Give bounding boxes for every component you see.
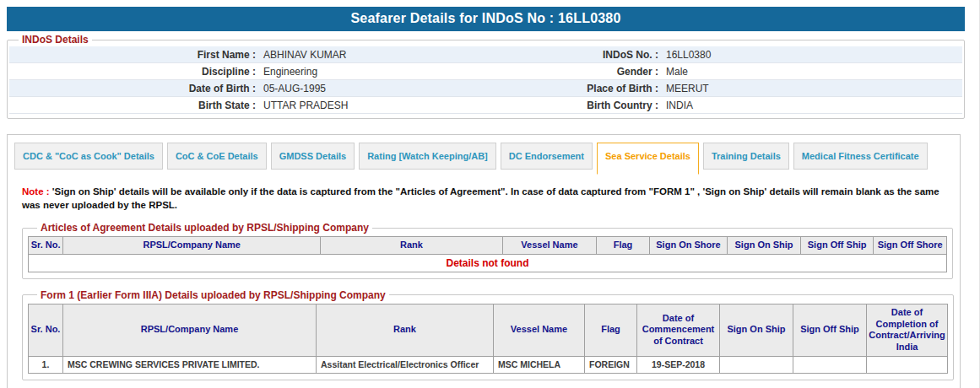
- gender-value: Male: [658, 66, 962, 78]
- first-name-value: ABHINAV KUMAR: [256, 49, 477, 61]
- detail-row-name-indos: First Name : ABHINAV KUMAR INDoS No. : 1…: [9, 46, 962, 63]
- note-text: 'Sign on Ship' details will be available…: [22, 186, 939, 210]
- articles-of-agreement-section: Articles of Agreement Details uploaded b…: [22, 222, 953, 279]
- form1-commencement-date: 19-SEP-2018: [637, 356, 720, 373]
- form1-data-row: 1. MSC CREWING SERVICES PRIVATE LIMITED.…: [29, 356, 948, 373]
- form1-col-sign-on-ship: Sign On Ship: [720, 304, 793, 356]
- form1-flag: FOREIGN: [585, 356, 637, 373]
- detail-row-discipline-gender: Discipline : Engineering Gender : Male: [9, 63, 962, 80]
- place-of-birth-label: Place of Birth :: [477, 83, 658, 94]
- birth-state-value: UTTAR PRADESH: [256, 100, 477, 111]
- form1-sign-off-ship: [793, 356, 867, 373]
- form1-legend: Form 1 (Earlier Form IIIA) Details uploa…: [37, 289, 389, 301]
- tab-medical-fitness-certificate[interactable]: Medical Fitness Certificate: [793, 143, 928, 170]
- tab-training-details[interactable]: Training Details: [703, 143, 789, 170]
- articles-header-row: Sr. No. RPSL/Company Name Rank Vessel Na…: [29, 237, 947, 255]
- form1-sign-on-ship: [720, 356, 793, 373]
- form1-sr-no: 1.: [29, 356, 63, 373]
- articles-col-vessel: Vessel Name: [502, 237, 597, 255]
- form1-col-sign-off-ship: Sign Off Ship: [793, 304, 867, 356]
- articles-table: Sr. No. RPSL/Company Name Rank Vessel Na…: [28, 236, 947, 272]
- form1-col-vessel: Vessel Name: [494, 304, 585, 356]
- form1-section: Form 1 (Earlier Form IIIA) Details uploa…: [22, 289, 954, 380]
- tab-bar: CDC & "CoC as Cook" Details CoC & CoE De…: [8, 135, 960, 170]
- date-of-birth-value: 05-AUG-1995: [256, 83, 477, 94]
- details-not-found-message: Details not found: [29, 254, 947, 272]
- form1-col-commencement-date: Date of Commencement of Contract: [637, 304, 720, 356]
- form1-col-completion-date: Date of Completion of Contract/Arriving …: [867, 304, 948, 356]
- articles-col-rank: Rank: [321, 237, 502, 255]
- gender-label: Gender :: [477, 66, 658, 78]
- tab-dc-endorsement[interactable]: DC Endorsement: [501, 143, 593, 170]
- place-of-birth-value: MEERUT: [658, 83, 962, 94]
- form1-rank: Assitant Electrical/Electronics Officer: [317, 356, 494, 373]
- form1-vessel: MSC MICHELA: [494, 356, 585, 373]
- tab-rating-watch-keeping-ab[interactable]: Rating [Watch Keeping/AB]: [359, 143, 496, 170]
- form1-completion-date: [867, 356, 948, 373]
- discipline-value: Engineering: [256, 66, 477, 78]
- tab-content-container: CDC & "CoC as Cook" Details CoC & CoE De…: [7, 134, 961, 388]
- discipline-label: Discipline :: [9, 66, 256, 78]
- articles-col-flag: Flag: [597, 237, 649, 255]
- tab-coc-coe-details[interactable]: CoC & CoE Details: [167, 143, 267, 170]
- tab-sea-service-details[interactable]: Sea Service Details: [597, 143, 699, 175]
- indos-details-legend: INDoS Details: [19, 34, 92, 46]
- note-label: Note :: [22, 186, 50, 197]
- first-name-label: First Name :: [9, 49, 256, 61]
- articles-col-sign-on-shore: Sign On Shore: [649, 237, 728, 255]
- detail-row-birth-state-country: Birth State : UTTAR PRADESH Birth Countr…: [9, 97, 962, 114]
- tab-gmdss-details[interactable]: GMDSS Details: [271, 143, 355, 170]
- indos-no-label: INDoS No. :: [477, 49, 658, 61]
- indos-no-value: 16LL0380: [658, 49, 962, 61]
- form1-header-row: Sr. No. RPSL/Company Name Rank Vessel Na…: [29, 304, 948, 356]
- articles-col-company: RPSL/Company Name: [63, 237, 321, 255]
- form1-col-flag: Flag: [585, 304, 637, 356]
- articles-legend: Articles of Agreement Details uploaded b…: [37, 222, 372, 234]
- detail-row-birth-date-place: Date of Birth : 05-AUG-1995 Place of Bir…: [9, 80, 962, 97]
- form1-table: Sr. No. RPSL/Company Name Rank Vessel Na…: [28, 304, 948, 374]
- indos-details-section: INDoS Details First Name : ABHINAV KUMAR…: [7, 34, 965, 119]
- articles-empty-row: Details not found: [29, 254, 947, 272]
- seafarer-details-page: Seafarer Details for INDoS No : 16LL0380…: [0, 0, 979, 388]
- form1-col-sr-no: Sr. No.: [29, 304, 63, 356]
- sign-on-ship-note: Note : 'Sign on Ship' details will be av…: [22, 186, 945, 212]
- birth-country-value: INDIA: [658, 100, 962, 111]
- tab-cdc-coc-as-cook-details[interactable]: CDC & "CoC as Cook" Details: [14, 143, 163, 170]
- articles-col-sr-no: Sr. No.: [29, 237, 63, 255]
- birth-state-label: Birth State :: [9, 100, 256, 111]
- date-of-birth-label: Date of Birth :: [9, 83, 256, 94]
- articles-col-sign-off-shore: Sign Off Shore: [874, 237, 947, 255]
- form1-company: MSC CREWING SERVICES PRIVATE LIMITED.: [63, 356, 317, 373]
- form1-col-company: RPSL/Company Name: [63, 304, 317, 356]
- articles-col-sign-off-ship: Sign Off Ship: [800, 237, 874, 255]
- page-title: Seafarer Details for INDoS No : 16LL0380: [7, 7, 965, 31]
- form1-col-rank: Rank: [317, 304, 494, 356]
- birth-country-label: Birth Country :: [477, 100, 658, 111]
- articles-col-sign-on-ship: Sign On Ship: [728, 237, 801, 255]
